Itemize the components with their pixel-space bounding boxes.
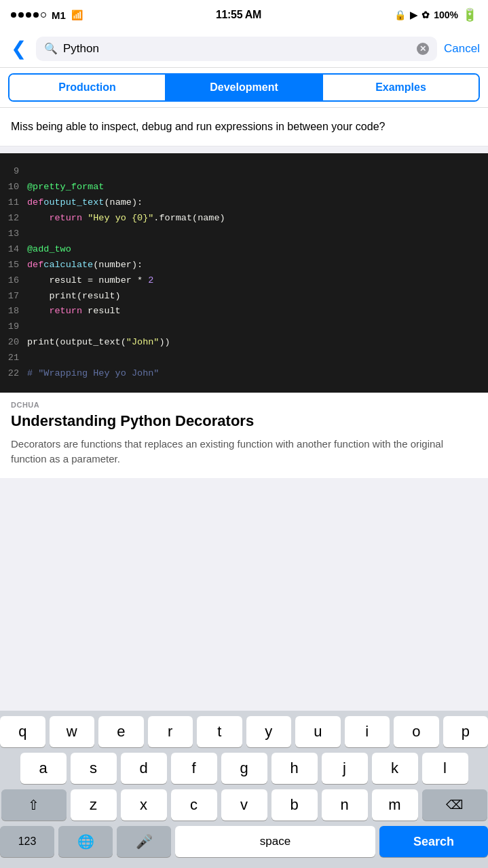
key-a[interactable]: a xyxy=(20,753,67,784)
segment-control: Production Development Examples xyxy=(0,68,488,108)
back-button[interactable]: ❮ xyxy=(8,39,29,58)
clear-icon: ✕ xyxy=(419,45,426,53)
snippet-text: Miss being able to inspect, debug and ru… xyxy=(11,119,477,135)
cancel-button[interactable]: Cancel xyxy=(444,42,480,56)
signal-dots xyxy=(11,12,46,18)
bluetooth-icon: ✿ xyxy=(421,9,430,20)
key-m[interactable]: m xyxy=(372,789,418,821)
shift-key[interactable]: ⇧ xyxy=(1,789,67,821)
status-left: M1 📶 xyxy=(11,9,83,21)
key-r[interactable]: r xyxy=(148,716,193,747)
numbers-key[interactable]: 123 xyxy=(0,826,54,857)
key-v[interactable]: v xyxy=(221,789,267,821)
search-bar: ❮ 🔍 ✕ Cancel xyxy=(0,30,488,68)
key-k[interactable]: k xyxy=(372,753,418,784)
lock-icon: 🔒 xyxy=(394,9,406,20)
search-key[interactable]: Search xyxy=(379,826,488,857)
key-p[interactable]: p xyxy=(443,716,489,747)
key-u[interactable]: u xyxy=(295,716,341,747)
carrier-label: M1 xyxy=(52,9,66,21)
dot3 xyxy=(26,12,31,18)
keyboard-row-2: a s d f g h j k l xyxy=(0,753,488,784)
key-o[interactable]: o xyxy=(394,716,439,747)
keyboard-row-1: q w e r t y u i o p xyxy=(0,716,488,747)
key-b[interactable]: b xyxy=(271,789,318,821)
battery-icon: 🔋 xyxy=(462,7,477,22)
key-f[interactable]: f xyxy=(171,753,217,784)
search-icon: 🔍 xyxy=(44,42,58,55)
backspace-key[interactable]: ⌫ xyxy=(422,789,487,821)
status-time: 11:55 AM xyxy=(216,9,261,21)
key-z[interactable]: z xyxy=(71,789,117,821)
key-s[interactable]: s xyxy=(71,753,117,784)
key-h[interactable]: h xyxy=(271,753,318,784)
dot4 xyxy=(33,12,39,18)
key-d[interactable]: d xyxy=(121,753,167,784)
article-card[interactable]: 9 10@pretty_format 11def output_text(nam… xyxy=(0,153,488,478)
article-description: Decorators are functions that replaces a… xyxy=(0,437,488,478)
location-icon: ▶ xyxy=(410,9,417,20)
clear-button[interactable]: ✕ xyxy=(417,43,429,55)
battery-label: 100% xyxy=(434,9,458,20)
key-w[interactable]: w xyxy=(50,716,95,747)
search-input[interactable] xyxy=(63,42,411,56)
segment-inner: Production Development Examples xyxy=(8,73,480,102)
key-g[interactable]: g xyxy=(221,753,267,784)
keyboard-row-4: 123 🌐 🎤 space Search xyxy=(0,826,488,863)
key-i[interactable]: i xyxy=(345,716,390,747)
key-q[interactable]: q xyxy=(0,716,45,747)
wifi-icon: 📶 xyxy=(71,9,83,20)
globe-key[interactable]: 🌐 xyxy=(58,826,113,857)
snippet-card: Miss being able to inspect, debug and ru… xyxy=(0,108,488,146)
space-key[interactable]: space xyxy=(175,826,375,857)
dot5 xyxy=(41,12,46,18)
dot1 xyxy=(11,12,16,18)
keyboard-row-3: ⇧ z x c v b n m ⌫ xyxy=(0,789,488,821)
key-x[interactable]: x xyxy=(121,789,167,821)
key-y[interactable]: y xyxy=(246,716,292,747)
segment-production[interactable]: Production xyxy=(10,75,166,100)
key-j[interactable]: j xyxy=(322,753,368,784)
content-area: Miss being able to inspect, debug and ru… xyxy=(0,108,488,580)
key-e[interactable]: e xyxy=(98,716,144,747)
key-n[interactable]: n xyxy=(322,789,368,821)
status-right: 🔒 ▶ ✿ 100% 🔋 xyxy=(394,7,477,22)
article-author: DCHUA xyxy=(0,393,488,412)
article-title: Understanding Python Decorators xyxy=(0,412,488,437)
status-bar: M1 📶 11:55 AM 🔒 ▶ ✿ 100% 🔋 xyxy=(0,0,488,30)
key-l[interactable]: l xyxy=(422,753,468,784)
segment-development[interactable]: Development xyxy=(166,75,323,100)
dot2 xyxy=(18,12,24,18)
key-c[interactable]: c xyxy=(171,789,217,821)
search-input-wrap: 🔍 ✕ xyxy=(36,37,437,61)
mic-key[interactable]: 🎤 xyxy=(117,826,171,857)
code-block: 9 10@pretty_format 11def output_text(nam… xyxy=(0,153,488,393)
key-t[interactable]: t xyxy=(197,716,242,747)
keyboard: q w e r t y u i o p a s d f g h j k l ⇧ … xyxy=(0,711,488,868)
segment-examples[interactable]: Examples xyxy=(323,75,478,100)
